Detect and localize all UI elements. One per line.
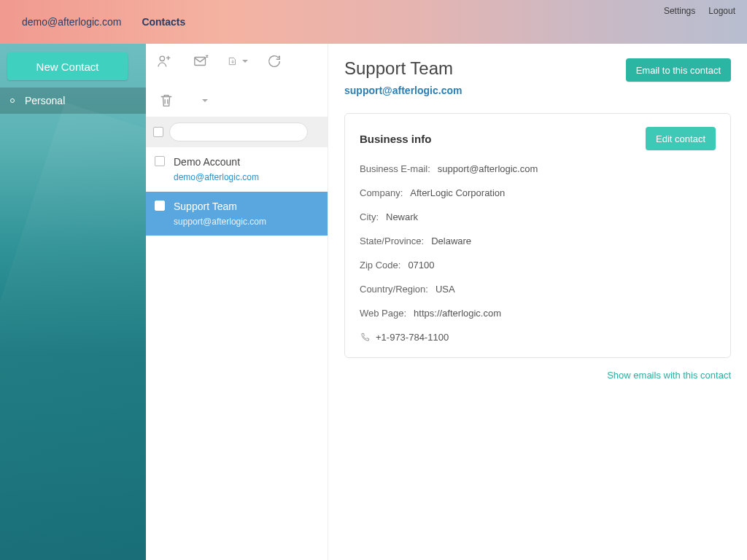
contact-detail-panel: Support Team support@afterlogic.com Emai…: [328, 44, 747, 560]
contact-item[interactable]: Support Team support@afterlogic.com: [146, 192, 328, 236]
sidebar-item-label: Personal: [25, 95, 65, 106]
trash-icon[interactable]: [156, 90, 177, 111]
group-bullet-icon: [10, 98, 15, 103]
list-toolbar: [146, 44, 328, 117]
card-title: Business info: [360, 133, 431, 145]
contact-name: Support Team: [174, 201, 266, 212]
search-input[interactable]: [169, 122, 308, 141]
phone-icon: [360, 332, 370, 343]
show-emails-link[interactable]: Show emails with this contact: [607, 370, 731, 381]
contact-email: demo@afterlogic.com: [174, 172, 259, 182]
select-all-checkbox[interactable]: [153, 127, 163, 137]
field-city: City: Newark: [360, 211, 716, 222]
refresh-icon[interactable]: [264, 51, 285, 71]
main: New Contact Personal: [0, 44, 747, 560]
settings-link[interactable]: Settings: [664, 6, 695, 16]
add-contact-icon[interactable]: [155, 51, 175, 71]
contact-email: support@afterlogic.com: [174, 217, 266, 227]
top-right-links: Settings Logout: [664, 6, 735, 16]
contact-item[interactable]: Demo Account demo@afterlogic.com: [146, 147, 328, 192]
contact-checkbox[interactable]: [155, 201, 165, 211]
tab-contacts[interactable]: Contacts: [131, 10, 196, 34]
business-info-card: Business info Edit contact Business E-ma…: [344, 113, 731, 358]
tab-mail[interactable]: demo@afterlogic.com: [12, 10, 131, 34]
topbar: demo@afterlogic.com Contacts Settings Lo…: [0, 0, 747, 44]
field-company: Company: AfterLogic Corporation: [360, 187, 716, 198]
search-row: [146, 117, 328, 147]
field-phone: +1-973-784-1100: [360, 332, 716, 343]
contact-checkbox[interactable]: [155, 156, 165, 166]
sidebar: New Contact Personal: [0, 44, 146, 560]
edit-contact-button[interactable]: Edit contact: [646, 127, 716, 150]
field-webpage: Web Page: https://afterlogic.com: [360, 308, 716, 319]
field-zip: Zip Code: 07100: [360, 260, 716, 271]
field-country: Country/Region: USA: [360, 284, 716, 295]
contact-list-panel: Demo Account demo@afterlogic.com Support…: [146, 44, 328, 560]
contact-primary-email[interactable]: support@afterlogic.com: [344, 85, 462, 96]
new-contact-button[interactable]: New Contact: [7, 52, 128, 80]
compose-icon[interactable]: [191, 51, 212, 71]
contact-title: Support Team: [344, 58, 462, 79]
more-dropdown-icon[interactable]: [193, 90, 213, 111]
logout-link[interactable]: Logout: [708, 6, 735, 16]
contact-name: Demo Account: [174, 156, 259, 168]
import-export-icon[interactable]: [228, 51, 248, 71]
sidebar-item-personal[interactable]: Personal: [0, 88, 146, 114]
field-state: State/Province: Delaware: [360, 236, 716, 246]
email-contact-button[interactable]: Email to this contact: [626, 58, 731, 82]
svg-point-0: [160, 56, 164, 61]
svg-rect-1: [195, 58, 206, 66]
field-business-email: Business E-mail: support@afterlogic.com: [360, 163, 716, 174]
